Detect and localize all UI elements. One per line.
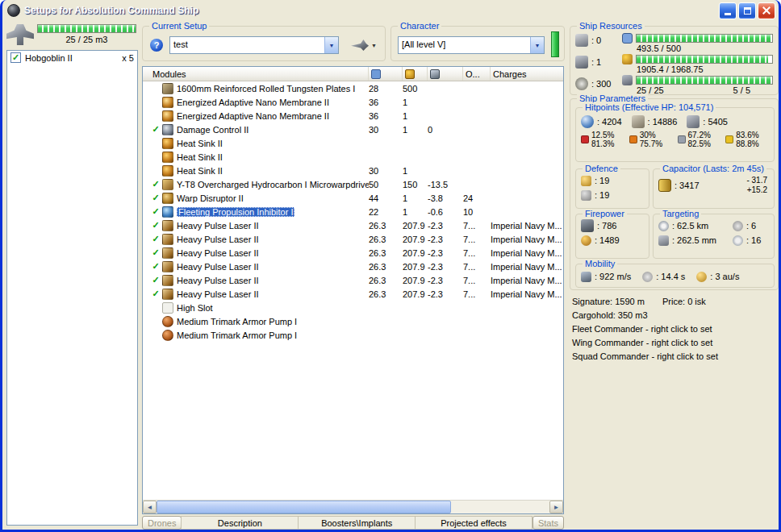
cpu-column-header[interactable]	[369, 67, 403, 81]
module-name[interactable]: Warp Disruptor II	[177, 193, 369, 203]
drone-list[interactable]: ✓Hobgoblin IIx 5	[6, 50, 138, 526]
drone-list-item[interactable]: ✓Hobgoblin IIx 5	[7, 51, 137, 64]
optimal-column-header[interactable]: O...	[463, 67, 491, 81]
module-row[interactable]: Heat Sink II301	[143, 164, 563, 177]
module-cap-value: -2.3	[428, 262, 463, 272]
explosive-resist-bottom-value: 88.8%	[736, 139, 758, 148]
module-powergrid-value: 207.9	[403, 262, 428, 272]
dropdown-arrow-icon[interactable]: ▼	[530, 37, 544, 53]
module-name[interactable]: Heat Sink II	[177, 139, 369, 148]
module-row[interactable]: ✓Warp Disruptor II441-3.824	[143, 191, 563, 205]
tab-description[interactable]: Description	[181, 516, 299, 530]
max-velocity-value: : 922 m/s	[595, 272, 631, 281]
module-name[interactable]: Y-T8 Overcharged Hydrocarbon I Microwarp…	[177, 180, 369, 189]
fleet-commander-setter[interactable]: Fleet Commander - right click to set	[572, 322, 779, 336]
maximize-button[interactable]	[738, 2, 756, 19]
module-name[interactable]: Heavy Pulse Laser II	[177, 262, 369, 272]
module-charge[interactable]: Imperial Navy M...	[491, 221, 563, 231]
turret-icon	[575, 34, 588, 47]
dropdown-arrow-icon[interactable]: ▼	[324, 37, 338, 53]
horizontal-scrollbar[interactable]: ◄ ►	[143, 500, 563, 513]
tab-drones[interactable]: Drones	[142, 516, 182, 530]
module-name[interactable]: 1600mm Reinforced Rolled Tungsten Plates…	[177, 84, 369, 94]
minimize-button[interactable]	[719, 2, 737, 19]
module-row[interactable]: ✓Damage Control II3010	[143, 123, 563, 136]
module-name[interactable]: Energized Adaptive Nano Membrane II	[177, 111, 369, 121]
module-name[interactable]: Heavy Pulse Laser II	[177, 221, 369, 231]
mwd-icon	[162, 179, 173, 190]
window-content: 25 / 25 m3 ✓Hobgoblin IIx 5 Current Setu…	[2, 21, 779, 530]
drone-checkbox[interactable]: ✓	[10, 52, 21, 63]
module-name[interactable]: Heavy Pulse Laser II	[177, 276, 369, 285]
module-row[interactable]: Energized Adaptive Nano Membrane II361	[143, 95, 563, 109]
scroll-left-button[interactable]: ◄	[143, 501, 157, 513]
module-row[interactable]: Heat Sink II	[143, 150, 563, 164]
title-bar[interactable]: Setups for Absolution Command Ship	[2, 0, 779, 21]
module-name[interactable]: Fleeting Propulsion Inhibitor I	[177, 207, 369, 217]
module-powergrid-value: 1	[403, 166, 428, 176]
module-charge[interactable]: Imperial Navy M...	[491, 262, 563, 272]
module-name[interactable]: Medium Trimark Armor Pump I	[177, 330, 369, 340]
module-name[interactable]: Damage Control II	[177, 125, 369, 135]
membrane-icon	[162, 97, 173, 108]
module-cpu-value: 26.3	[369, 289, 403, 299]
modules-table-header[interactable]: Modules O... Charges	[143, 67, 563, 81]
cpu-icon	[622, 33, 633, 44]
powergrid-column-header[interactable]	[403, 67, 428, 81]
module-name[interactable]: Heat Sink II	[177, 166, 369, 176]
laser-icon	[162, 247, 173, 259]
module-row[interactable]: ✓Heavy Pulse Laser II26.3207.9-2.37...Im…	[143, 218, 563, 232]
module-row[interactable]: ✓Heavy Pulse Laser II26.3207.9-2.37...Im…	[143, 246, 563, 260]
module-row[interactable]: ✓Heavy Pulse Laser II26.3207.9-2.37...Im…	[143, 232, 563, 246]
module-name[interactable]: Energized Adaptive Nano Membrane II	[177, 98, 369, 107]
laser-icon	[162, 261, 173, 272]
module-row[interactable]: High Slot	[143, 301, 563, 314]
module-charge[interactable]: Imperial Navy M...	[491, 235, 563, 244]
module-name[interactable]: High Slot	[177, 303, 369, 313]
module-charge[interactable]: Imperial Navy M...	[491, 289, 563, 299]
setup-select[interactable]: test ▼	[169, 36, 339, 54]
help-icon[interactable]: ?	[150, 39, 163, 52]
module-row[interactable]: Medium Trimark Armor Pump I	[143, 328, 563, 342]
module-row[interactable]: ✓Fleeting Propulsion Inhibitor I221-0.61…	[143, 205, 563, 218]
module-row[interactable]: Medium Trimark Armor Pump I	[143, 314, 563, 328]
scrollbar-thumb[interactable]	[157, 501, 451, 513]
capacitor-column-header[interactable]	[428, 67, 463, 81]
scrollbar-track[interactable]	[157, 501, 549, 513]
character-select[interactable]: [All level V] ▼	[398, 36, 545, 54]
tab-boosters-implants[interactable]: Boosters\Implants	[298, 516, 416, 530]
close-button[interactable]	[758, 2, 775, 19]
capacitor-label: Capacitor (Lasts: 2m 45s)	[660, 164, 766, 174]
tab-stats[interactable]: Stats	[532, 516, 564, 530]
module-name[interactable]: Heavy Pulse Laser II	[177, 248, 369, 258]
squad-commander-setter[interactable]: Squad Commander - right click to set	[572, 350, 779, 364]
module-row[interactable]: ✓Heavy Pulse Laser II26.3207.9-2.37...Im…	[143, 260, 563, 273]
module-row[interactable]: ✓Heavy Pulse Laser II26.3207.9-2.37...Im…	[143, 273, 563, 287]
module-cap-value: -2.3	[428, 248, 463, 258]
wing-commander-setter[interactable]: Wing Commander - right click to set	[572, 336, 779, 350]
module-row[interactable]: ✓Heavy Pulse Laser II26.3207.9-2.37...Im…	[143, 287, 563, 301]
capacitor-recharge-value: +15.2	[746, 185, 767, 195]
module-name[interactable]: Heavy Pulse Laser II	[177, 289, 369, 299]
modules-column-header[interactable]: Modules	[143, 67, 369, 81]
ship-select-button[interactable]: ▼	[348, 35, 380, 56]
module-row[interactable]: ✓Y-T8 Overcharged Hydrocarbon I Microwar…	[143, 177, 563, 191]
module-row[interactable]: Heat Sink II	[143, 136, 563, 150]
module-powergrid-value: 207.9	[403, 289, 428, 299]
kinetic-resist-icon	[678, 135, 686, 143]
module-charge[interactable]: Imperial Navy M...	[491, 248, 563, 258]
targeting-range-value: : 62.5 km	[672, 221, 708, 231]
module-name[interactable]: Medium Trimark Armor Pump I	[177, 317, 369, 326]
module-name[interactable]: Heavy Pulse Laser II	[177, 235, 369, 244]
module-cap-value: -2.3	[428, 289, 463, 299]
tab-projected-effects[interactable]: Projected effects	[415, 516, 532, 530]
scroll-right-button[interactable]: ►	[549, 501, 563, 513]
charges-column-header[interactable]: Charges	[491, 67, 563, 81]
module-row[interactable]: Energized Adaptive Nano Membrane II361	[143, 109, 563, 123]
module-name[interactable]: Heat Sink II	[177, 152, 369, 162]
module-row[interactable]: 1600mm Reinforced Rolled Tungsten Plates…	[143, 81, 563, 95]
calibration: : 300	[575, 77, 622, 91]
sensor-strength: : 16	[733, 233, 774, 247]
cargohold-value: Cargohold: 350 m3	[572, 309, 779, 322]
module-charge[interactable]: Imperial Navy M...	[491, 276, 563, 285]
